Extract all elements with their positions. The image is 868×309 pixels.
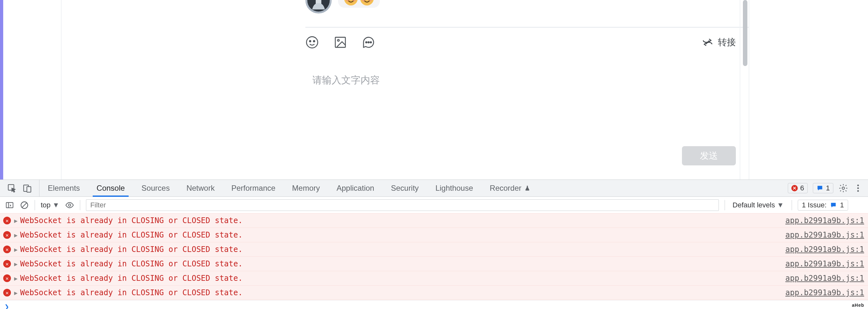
tab-sources[interactable]: Sources [133, 180, 178, 197]
blush-emoji-icon [344, 0, 358, 6]
error-message-text: WebSocket is already in CLOSING or CLOSE… [20, 216, 785, 225]
error-dot-icon: ✕ [3, 289, 11, 297]
message-input[interactable]: 请输入文字内容 [312, 74, 736, 87]
expand-triangle-icon[interactable]: ▶ [14, 289, 18, 296]
error-message-text: WebSocket is already in CLOSING or CLOSE… [20, 274, 785, 283]
execution-context-selector[interactable]: top ▼ [41, 201, 59, 209]
info-chip-icon [816, 185, 824, 192]
tab-memory[interactable]: Memory [284, 180, 329, 197]
context-label: top [41, 201, 51, 209]
console-error-row[interactable]: ✕▶WebSocket is already in CLOSING or CLO… [0, 285, 868, 300]
console-error-row[interactable]: ✕▶WebSocket is already in CLOSING or CLO… [0, 228, 868, 242]
settings-gear-icon[interactable] [838, 183, 848, 193]
svg-point-16 [368, 42, 369, 43]
tab-console[interactable]: Console [88, 180, 133, 197]
console-error-row[interactable]: ✕▶WebSocket is already in CLOSING or CLO… [0, 242, 868, 257]
expand-triangle-icon[interactable]: ▶ [14, 232, 18, 238]
error-source-link[interactable]: app.b2991a9b.js:1 [785, 274, 868, 283]
live-expression-eye-icon[interactable] [65, 201, 74, 210]
svg-point-17 [370, 42, 371, 43]
svg-rect-25 [6, 202, 13, 207]
chat-scrollbar-thumb[interactable] [743, 0, 747, 66]
svg-point-23 [858, 187, 859, 189]
issues-pill[interactable]: 1 Issue: 1 [798, 200, 848, 211]
devtools-tabbar: Elements Console Sources Network Perform… [0, 179, 868, 197]
svg-point-21 [842, 187, 845, 190]
info-count-value: 1 [826, 184, 830, 192]
devtools-panel: Elements Console Sources Network Perform… [0, 179, 868, 309]
console-sidebar-toggle-icon[interactable] [5, 201, 14, 210]
console-filter-input[interactable] [86, 199, 718, 211]
tab-recorder[interactable]: Recorder [482, 180, 539, 197]
log-levels-selector[interactable]: Default levels ▼ [731, 201, 786, 209]
error-message-text: WebSocket is already in CLOSING or CLOSE… [20, 231, 785, 239]
tab-performance[interactable]: Performance [223, 180, 284, 197]
send-button[interactable]: 发送 [682, 146, 736, 165]
svg-point-24 [858, 190, 859, 192]
svg-point-22 [858, 185, 859, 186]
image-upload-icon[interactable] [334, 36, 347, 49]
levels-label: Default levels [733, 201, 775, 209]
svg-point-27 [69, 204, 71, 206]
expand-triangle-icon[interactable]: ▶ [14, 261, 18, 267]
console-log-list: ✕▶WebSocket is already in CLOSING or CLO… [0, 213, 868, 309]
chat-message [305, 0, 380, 13]
chat-scrollbar-track[interactable] [740, 0, 749, 179]
message-bubble [338, 0, 380, 8]
error-source-link[interactable]: app.b2991a9b.js:1 [785, 231, 868, 239]
more-vert-icon[interactable] [853, 183, 863, 193]
console-error-row[interactable]: ✕▶WebSocket is already in CLOSING or CLO… [0, 271, 868, 285]
error-dot-icon: ✕ [3, 231, 11, 239]
dropdown-triangle-icon: ▼ [53, 201, 60, 209]
window-left-accent [0, 0, 3, 179]
tab-application[interactable]: Application [328, 180, 382, 197]
issues-label: 1 Issue: [802, 201, 827, 209]
chat-pane: 转接 请输入文字内容 发送 [61, 0, 749, 179]
info-counter[interactable]: 1 [813, 183, 833, 193]
error-message-text: WebSocket is already in CLOSING or CLOSE… [20, 288, 785, 297]
error-dot-icon: ✕ [3, 217, 11, 225]
blush-emoji-icon [360, 0, 374, 6]
svg-point-12 [313, 40, 315, 42]
svg-rect-13 [335, 37, 345, 47]
console-error-row[interactable]: ✕▶WebSocket is already in CLOSING or CLO… [0, 256, 868, 271]
svg-point-14 [337, 39, 339, 41]
tab-security[interactable]: Security [383, 180, 427, 197]
avatar [305, 0, 332, 13]
forward-icon [702, 37, 713, 48]
branding: aHeb [852, 303, 864, 308]
tab-recorder-label: Recorder [490, 184, 522, 193]
error-counter[interactable]: ✕ 6 [788, 183, 808, 193]
error-source-link[interactable]: app.b2991a9b.js:1 [785, 245, 868, 254]
console-error-row[interactable]: ✕▶WebSocket is already in CLOSING or CLO… [0, 213, 868, 228]
error-source-link[interactable]: app.b2991a9b.js:1 [785, 216, 868, 225]
compose-toolbar: 转接 [305, 33, 736, 52]
forward-button[interactable]: 转接 [702, 36, 736, 48]
dropdown-triangle-icon: ▼ [777, 201, 784, 209]
device-toggle-icon[interactable] [23, 183, 32, 193]
tab-lighthouse[interactable]: Lighthouse [427, 180, 481, 197]
tab-elements[interactable]: Elements [39, 180, 88, 197]
svg-point-7 [360, 0, 374, 5]
console-prompt[interactable]: ❯ [0, 300, 868, 309]
error-dot-icon: ✕ [3, 260, 11, 268]
error-dot-icon: ✕ [791, 185, 798, 192]
expand-triangle-icon[interactable]: ▶ [14, 275, 18, 282]
error-dot-icon: ✕ [3, 245, 11, 253]
error-message-text: WebSocket is already in CLOSING or CLOSE… [20, 259, 785, 268]
error-source-link[interactable]: app.b2991a9b.js:1 [785, 288, 868, 297]
error-count-value: 6 [800, 184, 804, 192]
expand-triangle-icon[interactable]: ▶ [14, 217, 18, 224]
error-source-link[interactable]: app.b2991a9b.js:1 [785, 259, 868, 268]
svg-point-4 [344, 0, 358, 5]
svg-point-15 [366, 42, 367, 43]
chat-more-icon[interactable] [362, 36, 375, 49]
expand-triangle-icon[interactable]: ▶ [14, 246, 18, 253]
emoji-picker-icon[interactable] [305, 36, 319, 49]
issue-chip-icon [830, 202, 837, 209]
inspect-element-icon[interactable] [7, 183, 17, 193]
error-message-text: WebSocket is already in CLOSING or CLOSE… [20, 245, 785, 254]
error-dot-icon: ✕ [3, 274, 11, 282]
tab-network[interactable]: Network [178, 180, 223, 197]
clear-console-icon[interactable] [20, 201, 29, 210]
